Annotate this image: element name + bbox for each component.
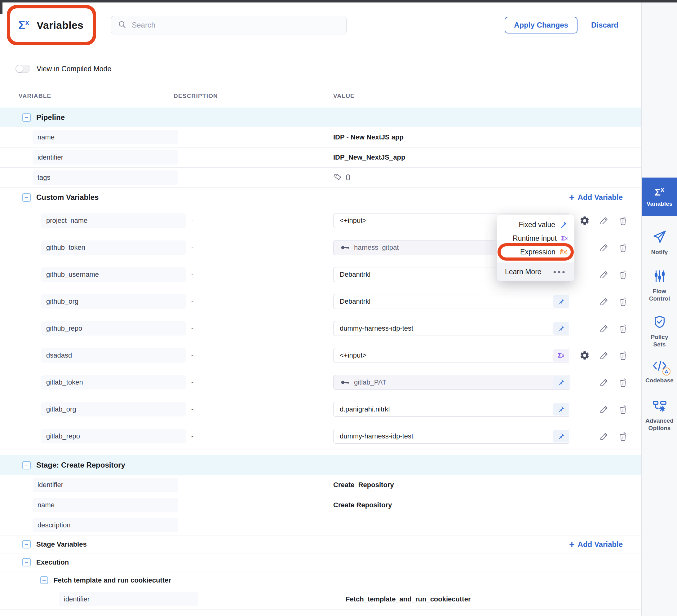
description-cell: -	[174, 432, 333, 440]
value-input-text: dummy-harness-idp-test	[333, 432, 413, 440]
row-actions	[599, 296, 628, 306]
description-cell: -	[174, 297, 333, 305]
variable-value: Create Repository	[333, 501, 392, 509]
value-cell: dummy-harness-idp-test	[333, 321, 641, 336]
sidebar-item-policy-sets[interactable]: Policy Sets	[642, 315, 677, 348]
value-input[interactable]: d.panigrahi.nitrkl	[333, 402, 570, 417]
pencil-icon[interactable]	[599, 324, 609, 333]
variable-cell: project_name	[0, 214, 174, 228]
pencil-icon[interactable]	[599, 405, 609, 414]
trash-icon[interactable]	[619, 350, 628, 360]
value-input[interactable]: gitlab_PAT	[333, 375, 570, 390]
menu-item-runtime-input[interactable]: Runtime input Σx	[497, 232, 574, 245]
gear-icon[interactable]	[579, 350, 590, 361]
description-cell: -	[174, 217, 333, 225]
pin-badge[interactable]	[553, 430, 569, 442]
value-input-text: harness_gitpat	[350, 244, 399, 252]
add-variable-label: Add Variable	[578, 540, 623, 549]
pencil-icon[interactable]	[599, 296, 609, 306]
value-input[interactable]: dummy-harness-idp-test	[333, 429, 570, 444]
value-input[interactable]: <+input>Σx	[333, 348, 570, 363]
collapse-icon[interactable]: −	[22, 540, 31, 549]
pencil-icon[interactable]	[599, 243, 609, 252]
pin-badge[interactable]	[553, 295, 569, 308]
section-label: Pipeline	[36, 113, 65, 122]
row-actions	[599, 377, 628, 387]
sidebar-item-variables[interactable]: Σx Variables	[642, 178, 677, 216]
collapse-icon[interactable]: −	[22, 193, 31, 202]
add-variable-button[interactable]: +Add Variable	[569, 193, 623, 202]
pin-badge[interactable]	[553, 376, 569, 388]
trash-icon[interactable]	[619, 216, 628, 226]
collapse-icon[interactable]: −	[22, 558, 31, 566]
warning-badge-icon	[663, 368, 671, 376]
trash-icon[interactable]	[619, 405, 628, 414]
pencil-icon[interactable]	[599, 377, 609, 387]
pencil-icon[interactable]	[599, 431, 609, 441]
value-input-text: Debanitrkl	[333, 297, 370, 305]
tag-icon	[333, 172, 343, 183]
variable-name-chip: project_name	[41, 214, 186, 228]
trash-icon[interactable]	[619, 324, 628, 333]
sidebar-item-notify[interactable]: Notify	[642, 229, 677, 256]
trash-icon[interactable]	[619, 270, 628, 280]
code-icon	[652, 359, 667, 374]
pin-badge[interactable]	[553, 403, 569, 416]
value-input-text: dummy-harness-idp-test	[333, 324, 413, 332]
sidebar-item-flow-control[interactable]: Flow Control	[642, 269, 677, 302]
variable-row: gitlab_token-gitlab_PAT	[0, 369, 641, 396]
window-left-edge	[0, 2, 2, 14]
row-actions	[599, 243, 628, 252]
value-input[interactable]: Debanitrkl	[333, 294, 570, 309]
search-box[interactable]	[111, 16, 347, 34]
page-title: Variables	[37, 19, 83, 31]
pin-badge[interactable]	[553, 322, 569, 335]
variable-value: IDP_New_NextJS_app	[333, 153, 405, 161]
value-cell: d.panigrahi.nitrkl	[333, 402, 641, 417]
description-cell: -	[174, 351, 333, 360]
discard-button[interactable]: Discard	[591, 21, 619, 30]
tags-value: 0	[333, 172, 351, 183]
value-input-text: <+input>	[333, 217, 366, 225]
menu-item-fixed-value[interactable]: Fixed value	[497, 218, 574, 232]
compiled-mode-toggle[interactable]	[15, 65, 30, 73]
variable-cell: github_org	[0, 294, 174, 309]
key-icon	[341, 379, 350, 386]
trash-icon[interactable]	[619, 431, 628, 441]
variable-name-chip: github_repo	[41, 321, 186, 336]
apply-changes-button[interactable]: Apply Changes	[505, 17, 578, 34]
collapse-icon[interactable]: −	[22, 461, 31, 469]
variable-cell: description	[0, 518, 174, 532]
learn-more-button[interactable]: Learn More ●●●	[497, 263, 574, 281]
menu-label: Fixed value	[518, 221, 555, 229]
runtime-input-badge[interactable]: Σx	[553, 349, 569, 362]
pencil-icon[interactable]	[599, 270, 609, 280]
plus-icon: +	[569, 193, 575, 202]
add-variable-button[interactable]: +Add Variable	[569, 540, 623, 549]
gear-icon[interactable]	[579, 216, 590, 226]
collapse-icon[interactable]: −	[22, 113, 31, 122]
sidebar-item-codebase[interactable]: Codebase	[642, 359, 677, 384]
description-cell: -	[174, 271, 333, 279]
sigma-x-icon: Σx	[561, 234, 568, 242]
variable-row: identifierIDP_New_NextJS_app	[0, 147, 641, 168]
pencil-icon[interactable]	[599, 216, 609, 226]
trash-icon[interactable]	[619, 296, 628, 306]
sigma-x-icon: Σx	[18, 19, 29, 31]
value-input[interactable]: dummy-harness-idp-test	[333, 321, 570, 336]
sidebar-item-advanced-options[interactable]: Advanced Options	[642, 399, 677, 432]
trash-icon[interactable]	[619, 243, 628, 252]
collapse-icon[interactable]: −	[40, 576, 48, 584]
value-input-text: gitlab_PAT	[350, 378, 386, 386]
value-cell: harness_gitpat	[333, 240, 641, 255]
table-header-row: VARIABLE DESCRIPTION VALUE	[0, 90, 641, 102]
search-input[interactable]	[132, 21, 340, 30]
trash-icon[interactable]	[619, 377, 628, 387]
description-cell: -	[174, 378, 333, 386]
variable-cell: identifier	[0, 592, 174, 606]
section-label: Custom Variables	[36, 193, 99, 202]
variable-name-chip: name	[33, 498, 178, 512]
pencil-icon[interactable]	[599, 350, 609, 360]
menu-item-expression[interactable]: Expression f(x)	[497, 245, 574, 259]
value-cell: 0	[333, 172, 641, 183]
